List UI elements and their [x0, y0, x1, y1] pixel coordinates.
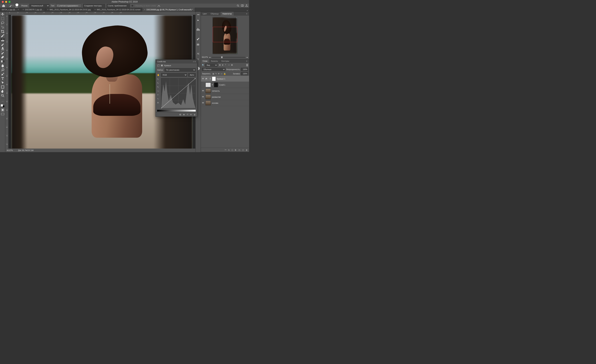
- document-tab[interactable]: 09724_c.jpg @...×: [0, 8, 21, 12]
- history-brush-tool[interactable]: [0, 51, 5, 55]
- gradient-tool[interactable]: [0, 59, 5, 63]
- lock-artboard-icon[interactable]: ▭: [221, 73, 222, 75]
- blend-mode-select[interactable]: Обычные: [202, 68, 225, 71]
- close-tab-icon[interactable]: ×: [22, 8, 24, 11]
- new-adjustment-icon[interactable]: ◐: [235, 149, 237, 151]
- new-group-icon[interactable]: 🗀: [238, 149, 240, 151]
- stamp-tool[interactable]: [0, 47, 5, 51]
- crop-tool[interactable]: [0, 30, 5, 33]
- doc-size[interactable]: Док: 68,7M/297,5M: [18, 149, 33, 151]
- character-panel-icon[interactable]: A|: [196, 52, 200, 56]
- ruler-vertical[interactable]: 051015202530354045505560657075: [5, 15, 8, 149]
- blend-mode-select[interactable]: Нормальный: [29, 4, 49, 7]
- marquee-tool[interactable]: [0, 17, 5, 21]
- lock-paint-icon[interactable]: ✎: [215, 73, 217, 75]
- tool-preset-icon[interactable]: ▾: [9, 4, 13, 7]
- zoom-slider[interactable]: [212, 57, 245, 58]
- panel-menu-icon[interactable]: ≡: [245, 59, 249, 63]
- healing-brush-tool[interactable]: [0, 38, 5, 42]
- quick-select-tool[interactable]: [0, 25, 5, 29]
- close-tab-icon[interactable]: ×: [18, 8, 19, 11]
- tab-overflow-icon[interactable]: »: [246, 9, 249, 12]
- add-mask-icon[interactable]: ◻: [231, 149, 233, 151]
- search-icon[interactable]: [237, 4, 239, 7]
- path-select-tool[interactable]: [0, 81, 5, 85]
- curve-pencil-icon[interactable]: ✏: [157, 94, 160, 97]
- navigator-zoom-value[interactable]: 66,67%: [202, 56, 208, 58]
- properties-panel[interactable]: Свойства » ≡ Кривые Набор: По умолчанию …: [156, 59, 197, 117]
- clip-icon[interactable]: ◧: [179, 113, 181, 116]
- tab-layers[interactable]: Слои: [201, 59, 209, 63]
- document-tab[interactable]: ×IMG_2510_Facetune_04-12-2018-04-23-01.j…: [45, 8, 93, 12]
- sample-all-layers-checkbox[interactable]: [131, 5, 134, 7]
- move-tool[interactable]: [0, 12, 5, 16]
- panel-menu-icon[interactable]: ≡: [245, 12, 249, 16]
- visibility-toggle[interactable]: 👁: [201, 102, 204, 104]
- layer-row[interactable]: 8 Слой 1: [201, 82, 249, 88]
- tab-channels[interactable]: Каналы: [209, 59, 220, 63]
- tab-navigator[interactable]: Навигатор: [221, 12, 234, 16]
- sampler-minus-icon[interactable]: ✎: [157, 86, 160, 89]
- type-texture-button[interactable]: Создание текстуры: [83, 4, 105, 7]
- color-swatches[interactable]: [0, 104, 5, 108]
- layer-thumb[interactable]: [206, 82, 211, 87]
- zoom-tool[interactable]: [0, 94, 5, 97]
- properties-header[interactable]: Свойства » ≡: [156, 59, 197, 64]
- visibility-toggle[interactable]: 👁: [201, 89, 204, 92]
- minimize-window-button[interactable]: [5, 1, 7, 3]
- tab-color[interactable]: Цвет: [201, 12, 209, 16]
- layer-row[interactable]: 👁 четкость: [201, 88, 249, 94]
- zoom-out-icon[interactable]: ▲: [209, 56, 211, 58]
- toggle-visibility-icon[interactable]: 👁: [190, 113, 192, 116]
- type-content-aware-button[interactable]: С учетом содержимого: [56, 4, 82, 7]
- close-window-button[interactable]: [2, 1, 4, 3]
- tab-paths[interactable]: Контуры: [220, 59, 231, 63]
- curve-smooth-icon[interactable]: 〜: [157, 90, 160, 93]
- brush-tool[interactable]: [0, 42, 5, 46]
- layer-mask-thumb[interactable]: [212, 76, 216, 81]
- maximize-window-button[interactable]: [8, 1, 10, 3]
- navigator-thumbnail[interactable]: [213, 17, 238, 54]
- auto-button[interactable]: Авто: [188, 73, 196, 77]
- brush-panel-icon[interactable]: [196, 37, 200, 41]
- filter-pixel-icon[interactable]: ▦: [219, 64, 222, 66]
- eyedropper-tool[interactable]: [0, 34, 5, 38]
- layer-thumb[interactable]: [206, 89, 211, 93]
- view-previous-icon[interactable]: ◉: [183, 113, 185, 116]
- preset-select[interactable]: По умолчанию: [164, 68, 196, 72]
- layer-row[interactable]: 👁 основа: [201, 100, 249, 106]
- type-proximity-button[interactable]: Соотв. приближения: [107, 4, 130, 7]
- hand-tool[interactable]: [0, 89, 5, 93]
- delete-layer-icon[interactable]: 🗑: [246, 149, 248, 151]
- visibility-toggle[interactable]: 👁: [201, 96, 204, 98]
- close-tab-icon[interactable]: ×: [47, 8, 49, 11]
- zoom-in-icon[interactable]: ▲: [246, 56, 248, 58]
- share-icon[interactable]: [245, 4, 248, 7]
- layer-thumb[interactable]: [206, 95, 211, 99]
- sampler-icon[interactable]: ✎: [157, 78, 160, 81]
- lasso-tool[interactable]: [0, 21, 5, 25]
- filter-type-icon[interactable]: T: [225, 64, 228, 66]
- curve-smooth2-icon[interactable]: ∿: [157, 98, 160, 101]
- pen-tool[interactable]: [0, 72, 5, 76]
- lock-position-icon[interactable]: ✥: [218, 73, 220, 75]
- histogram-icon[interactable]: [196, 27, 200, 31]
- lock-all-icon[interactable]: 🔒: [224, 73, 226, 75]
- panel-collapse-icon[interactable]: » ≡: [193, 60, 196, 63]
- zoom-level[interactable]: 66,67%: [7, 149, 13, 151]
- workspace-icon[interactable]: [241, 4, 244, 7]
- dodge-tool[interactable]: [0, 68, 5, 72]
- filter-adjust-icon[interactable]: ◐: [222, 64, 224, 66]
- home-button[interactable]: [1, 4, 6, 7]
- layer-row[interactable]: 👁 ◩ 8 Кривые 1: [201, 76, 249, 82]
- brushes-panel-icon[interactable]: [196, 42, 200, 46]
- fill-value[interactable]: [241, 72, 248, 75]
- layer-mask-thumb[interactable]: [214, 82, 218, 87]
- reset-icon[interactable]: ↺: [187, 113, 188, 116]
- channel-select[interactable]: RGB: [161, 73, 187, 77]
- filter-smart-icon[interactable]: ▣: [231, 64, 234, 66]
- blur-tool[interactable]: [0, 64, 5, 68]
- document-tab[interactable]: ×DSC09300.jpg @ 66,7% (Кривые 1, Слой-ма…: [142, 8, 195, 12]
- shape-tool[interactable]: [0, 85, 5, 89]
- lock-pixels-icon[interactable]: ▦: [212, 73, 214, 75]
